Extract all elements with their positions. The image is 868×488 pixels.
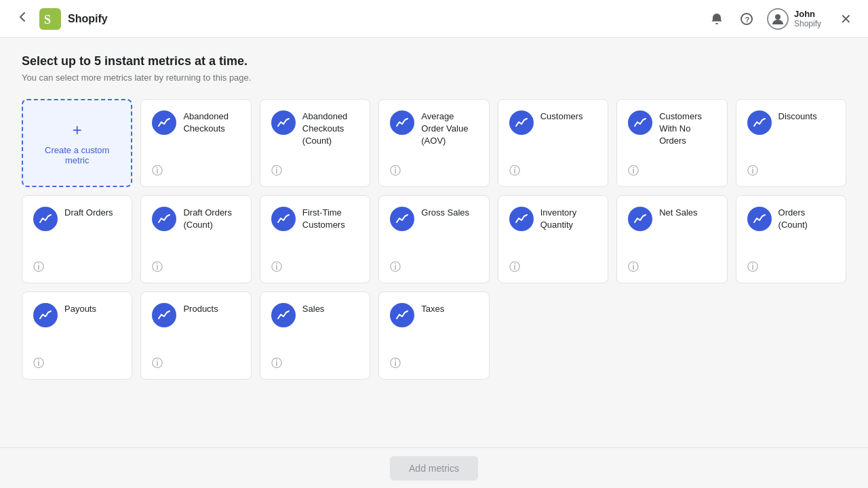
card-top: Orders (Count) (747, 207, 835, 272)
svg-text:S: S (44, 13, 51, 26)
metric-name: Customers With No Orders (659, 110, 715, 148)
info-icon[interactable]: ⓘ (271, 164, 282, 178)
create-plus-icon: + (73, 121, 82, 140)
info-icon[interactable]: ⓘ (390, 357, 401, 371)
metric-icon (390, 110, 414, 135)
info-icon[interactable]: ⓘ (509, 260, 520, 274)
metric-name: First-Time Customers (302, 207, 359, 231)
metric-card-average-order-value[interactable]: Average Order Value (AOV) ⓘ (378, 99, 489, 187)
metric-card-abandoned-checkouts[interactable]: Abandoned Checkouts ⓘ (140, 99, 251, 187)
card-top: Customers With No Orders (628, 110, 715, 176)
info-icon[interactable]: ⓘ (33, 357, 44, 371)
metrics-grid: + Create a custom metric Abandoned Check… (22, 99, 846, 380)
info-icon[interactable]: ⓘ (509, 164, 520, 178)
card-top: Taxes (390, 303, 477, 368)
metric-card-taxes[interactable]: Taxes ⓘ (378, 291, 489, 380)
metric-card-sales[interactable]: Sales ⓘ (260, 291, 370, 380)
metric-name: Products (183, 303, 218, 315)
card-top: Products (152, 303, 239, 368)
card-top: Average Order Value (AOV) (390, 110, 477, 176)
user-name: John (794, 9, 821, 19)
user-info: John Shopify (794, 9, 821, 28)
info-icon[interactable]: ⓘ (152, 260, 163, 274)
metric-icon (747, 110, 772, 135)
metric-name: Sales (302, 303, 325, 315)
metric-icon (747, 207, 772, 231)
metric-card-customers-no-orders[interactable]: Customers With No Orders ⓘ (616, 99, 727, 187)
info-icon[interactable]: ⓘ (152, 357, 163, 371)
metric-name: Net Sales (659, 207, 697, 219)
metric-card-products[interactable]: Products ⓘ (140, 291, 251, 380)
metric-icon (390, 303, 414, 327)
metric-icon (152, 110, 176, 135)
info-icon[interactable]: ⓘ (390, 164, 401, 178)
create-custom-metric-card[interactable]: + Create a custom metric (22, 99, 132, 187)
metric-card-discounts[interactable]: Discounts ⓘ (736, 99, 846, 187)
metric-card-gross-sales[interactable]: Gross Sales ⓘ (378, 195, 489, 283)
close-button[interactable]: ✕ (837, 8, 854, 30)
metric-icon (152, 207, 176, 231)
metric-card-first-time-customers[interactable]: First-Time Customers ⓘ (260, 195, 370, 283)
metric-name: Abandoned Checkouts (183, 110, 239, 135)
create-custom-label: Create a custom metric (34, 145, 120, 165)
card-top: Abandoned Checkouts (152, 110, 239, 176)
metric-icon (152, 303, 176, 327)
shopify-logo-icon: S (39, 8, 61, 30)
notifications-button[interactable] (707, 9, 726, 28)
metric-icon (271, 303, 296, 327)
metric-icon (390, 207, 414, 231)
metric-name: Taxes (421, 303, 444, 315)
metric-icon (509, 110, 534, 135)
back-button[interactable] (14, 7, 33, 30)
card-top: Net Sales (628, 207, 715, 272)
info-icon[interactable]: ⓘ (152, 164, 163, 178)
info-icon[interactable]: ⓘ (747, 164, 758, 178)
help-button[interactable]: ? (737, 9, 756, 28)
metric-icon (271, 110, 296, 135)
metric-card-draft-orders[interactable]: Draft Orders ⓘ (22, 195, 132, 283)
metric-name: Draft Orders (64, 207, 113, 219)
metric-name: Payouts (64, 303, 96, 315)
metric-name: Customers (540, 110, 583, 123)
add-metrics-button[interactable]: Add metrics (390, 456, 478, 481)
info-icon[interactable]: ⓘ (390, 260, 401, 274)
metric-card-inventory-quantity[interactable]: Inventory Quantity ⓘ (498, 195, 608, 283)
metric-icon (33, 207, 58, 231)
metric-name: Abandoned Checkouts (Count) (302, 110, 359, 148)
info-icon[interactable]: ⓘ (747, 260, 758, 274)
metric-icon (509, 207, 534, 231)
card-top: Discounts (747, 110, 835, 176)
svg-point-4 (775, 14, 781, 20)
info-icon[interactable]: ⓘ (628, 260, 639, 274)
metric-icon (628, 207, 652, 231)
metric-card-draft-orders-count[interactable]: Draft Orders (Count) ⓘ (140, 195, 251, 283)
metric-icon (33, 303, 58, 327)
svg-text:?: ? (745, 16, 749, 24)
info-icon[interactable]: ⓘ (271, 260, 282, 274)
metric-card-net-sales[interactable]: Net Sales ⓘ (616, 195, 727, 283)
user-avatar[interactable]: John Shopify (767, 8, 821, 30)
footer: Add metrics (0, 447, 868, 488)
card-top: Abandoned Checkouts (Count) (271, 110, 359, 176)
metric-card-customers[interactable]: Customers ⓘ (498, 99, 608, 187)
metric-icon (271, 207, 296, 231)
metric-name: Average Order Value (AOV) (421, 110, 477, 148)
app-title: Shopify (68, 13, 108, 25)
metric-card-abandoned-checkouts-count[interactable]: Abandoned Checkouts (Count) ⓘ (260, 99, 370, 187)
header-actions: ? John Shopify ✕ (707, 8, 854, 30)
card-top: Payouts (33, 303, 121, 368)
metric-card-payouts[interactable]: Payouts ⓘ (22, 291, 132, 380)
info-icon[interactable]: ⓘ (271, 357, 282, 371)
page-subtitle: You can select more metrics later by ret… (22, 73, 846, 83)
card-top: Draft Orders (33, 207, 121, 272)
card-top: Draft Orders (Count) (152, 207, 239, 272)
header: S Shopify ? John Shopify (0, 0, 868, 38)
metric-name: Inventory Quantity (540, 207, 597, 231)
user-store: Shopify (794, 19, 821, 28)
card-top: Inventory Quantity (509, 207, 597, 272)
metric-card-orders-count[interactable]: Orders (Count) ⓘ (736, 195, 846, 283)
card-top: First-Time Customers (271, 207, 359, 272)
metric-name: Orders (Count) (778, 207, 835, 231)
info-icon[interactable]: ⓘ (33, 260, 44, 274)
info-icon[interactable]: ⓘ (628, 164, 639, 178)
